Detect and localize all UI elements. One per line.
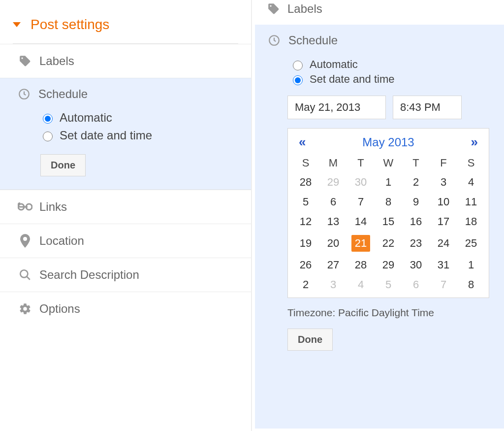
radio-setdate-right[interactable]: Set date and time xyxy=(290,73,494,86)
cal-day[interactable]: 12 xyxy=(292,212,319,232)
radio-automatic-right[interactable]: Automatic xyxy=(290,58,494,71)
clock-icon xyxy=(265,34,284,47)
time-input[interactable] xyxy=(393,96,462,119)
cal-day[interactable]: 25 xyxy=(457,232,485,255)
schedule-panel-expanded: Schedule Automatic Set date and time « M… xyxy=(255,25,504,429)
schedule-title-right: Schedule xyxy=(288,33,338,47)
sidebar-item-schedule[interactable]: Schedule xyxy=(15,87,238,101)
location-label: Location xyxy=(39,234,84,248)
cal-day[interactable]: 1 xyxy=(457,255,485,275)
radio-automatic-label: Automatic xyxy=(60,111,112,125)
cal-day[interactable]: 1 xyxy=(375,172,402,192)
cal-day[interactable]: 9 xyxy=(402,192,430,212)
cal-day[interactable]: 21 xyxy=(347,232,375,255)
search-icon xyxy=(16,268,34,281)
cal-day[interactable]: 7 xyxy=(430,275,457,295)
location-icon xyxy=(16,234,34,248)
cal-day[interactable]: 3 xyxy=(319,275,347,295)
schedule-title: Schedule xyxy=(38,87,88,101)
cal-day[interactable]: 13 xyxy=(319,212,347,232)
cal-day[interactable]: 4 xyxy=(457,172,485,192)
done-label-right: Done xyxy=(298,334,322,345)
cal-day[interactable]: 6 xyxy=(402,275,430,295)
cal-day[interactable]: 2 xyxy=(292,275,319,295)
radio-setdate-input-right[interactable] xyxy=(293,75,303,85)
cal-dow-header: T xyxy=(402,154,430,172)
cal-day[interactable]: 3 xyxy=(430,172,457,192)
cal-day[interactable]: 4 xyxy=(347,275,375,295)
calendar-grid: SMTWTFS 28293012345678910111213141516171… xyxy=(292,154,485,295)
post-settings-header[interactable]: Post settings xyxy=(0,3,251,43)
cal-day[interactable]: 15 xyxy=(375,212,402,232)
cal-day[interactable]: 28 xyxy=(292,172,319,192)
cal-day[interactable]: 31 xyxy=(430,255,457,275)
cal-day[interactable]: 20 xyxy=(319,232,347,255)
cal-day[interactable]: 11 xyxy=(457,192,485,212)
cal-day[interactable]: 6 xyxy=(319,192,347,212)
labels-label-right: Labels xyxy=(287,2,322,16)
cal-day[interactable]: 22 xyxy=(375,232,402,255)
radio-automatic-input-right[interactable] xyxy=(293,61,303,70)
cal-title[interactable]: May 2013 xyxy=(362,135,414,149)
done-label: Done xyxy=(51,160,75,170)
schedule-panel: Schedule Automatic Set date and time Don… xyxy=(0,78,251,190)
cal-day[interactable]: 8 xyxy=(457,275,485,295)
radio-automatic-input[interactable] xyxy=(43,114,53,124)
radio-setdate-label-right: Set date and time xyxy=(310,73,394,86)
cal-day[interactable]: 30 xyxy=(347,172,375,192)
radio-automatic[interactable]: Automatic xyxy=(40,111,238,125)
sidebar-item-options[interactable]: Options xyxy=(0,292,251,326)
cal-day[interactable]: 29 xyxy=(319,172,347,192)
cal-day[interactable]: 2 xyxy=(402,172,430,192)
cal-day[interactable]: 27 xyxy=(319,255,347,275)
cal-day[interactable]: 14 xyxy=(347,212,375,232)
tag-icon xyxy=(265,2,283,15)
cal-day[interactable]: 19 xyxy=(292,232,319,255)
done-button[interactable]: Done xyxy=(40,154,86,176)
cal-day[interactable]: 18 xyxy=(457,212,485,232)
cal-dow-header: F xyxy=(430,154,457,172)
post-settings-expanded-pane: Labels Schedule Automatic Set date and t… xyxy=(252,0,504,431)
cal-day[interactable]: 10 xyxy=(430,192,457,212)
cal-day[interactable]: 5 xyxy=(292,192,319,212)
radio-automatic-label-right: Automatic xyxy=(310,58,358,71)
radio-setdate[interactable]: Set date and time xyxy=(40,129,238,142)
svg-point-3 xyxy=(20,270,28,277)
schedule-options-right: Automatic Set date and time xyxy=(290,58,494,86)
cal-day[interactable]: 5 xyxy=(375,275,402,295)
cal-day[interactable]: 17 xyxy=(430,212,457,232)
cal-day[interactable]: 7 xyxy=(347,192,375,212)
sidebar-item-location[interactable]: Location xyxy=(0,224,251,258)
schedule-options: Automatic Set date and time xyxy=(40,111,238,142)
timezone-label: Timezone: Pacific Daylight Time xyxy=(287,307,494,319)
cal-dow-header: S xyxy=(292,154,319,172)
date-input[interactable] xyxy=(287,96,386,119)
radio-setdate-input[interactable] xyxy=(43,132,53,141)
sidebar-item-labels-right[interactable]: Labels xyxy=(255,0,504,25)
cal-day[interactable]: 29 xyxy=(375,255,402,275)
cal-day[interactable]: 30 xyxy=(402,255,430,275)
schedule-head-right[interactable]: Schedule xyxy=(265,33,494,47)
collapse-icon xyxy=(13,22,21,27)
sidebar-item-links[interactable]: Links xyxy=(0,190,251,224)
cal-dow-header: T xyxy=(347,154,375,172)
links-label: Links xyxy=(39,200,67,214)
cal-day[interactable]: 23 xyxy=(402,232,430,255)
cal-day[interactable]: 8 xyxy=(375,192,402,212)
done-button-right[interactable]: Done xyxy=(287,329,333,351)
sidebar-item-search[interactable]: Search Description xyxy=(0,258,251,292)
cal-day[interactable]: 28 xyxy=(347,255,375,275)
cal-prev-button[interactable]: « xyxy=(296,134,309,150)
search-label: Search Description xyxy=(39,268,139,282)
cal-dow-header: S xyxy=(457,154,485,172)
cal-next-button[interactable]: » xyxy=(468,134,481,150)
sidebar-item-labels[interactable]: Labels xyxy=(0,44,251,78)
link-icon xyxy=(16,202,34,211)
post-settings-pane: Post settings Labels Schedule Automatic … xyxy=(0,0,252,431)
clock-icon xyxy=(15,88,33,100)
cal-dow-header: W xyxy=(375,154,402,172)
cal-day[interactable]: 16 xyxy=(402,212,430,232)
cal-day[interactable]: 24 xyxy=(430,232,457,255)
cal-day[interactable]: 26 xyxy=(292,255,319,275)
radio-setdate-label: Set date and time xyxy=(60,129,152,142)
